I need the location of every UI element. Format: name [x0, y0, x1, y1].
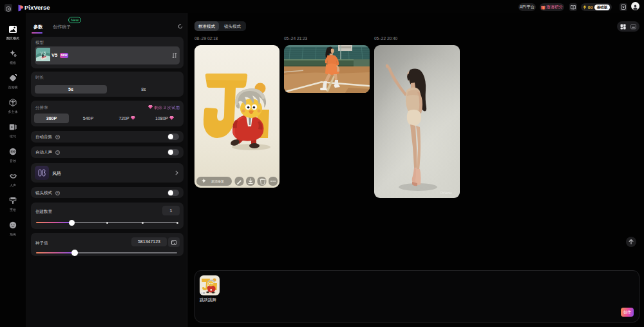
svg-text:PixVerse: PixVerse: [440, 192, 452, 195]
svg-text:超清修复: 超清修复: [211, 179, 224, 184]
